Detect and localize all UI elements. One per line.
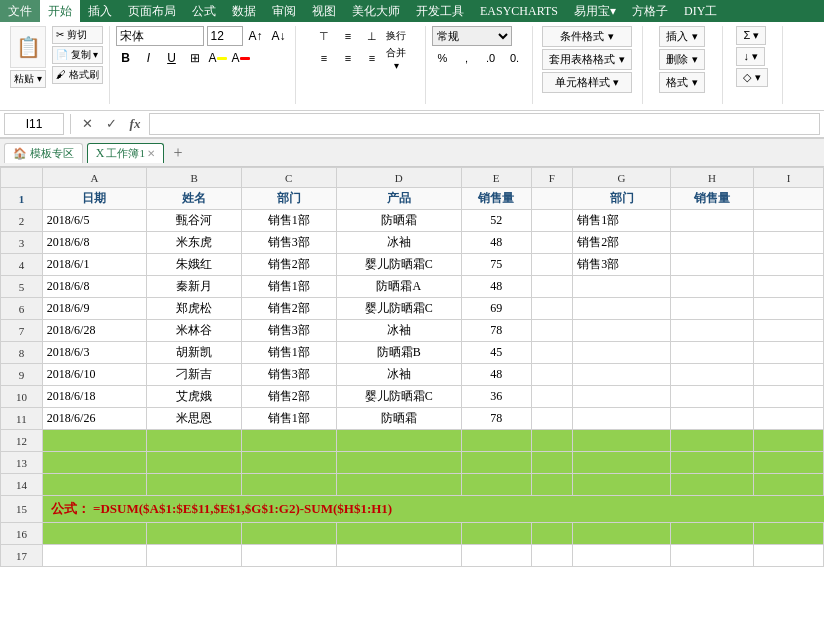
cell-H11[interactable]	[670, 408, 754, 430]
cell-D14[interactable]	[336, 474, 461, 496]
cell-G7[interactable]	[573, 320, 670, 342]
cell-E17[interactable]	[461, 545, 531, 567]
align-top-button[interactable]: ⊤	[313, 26, 335, 46]
cell-E2[interactable]: 52	[461, 210, 531, 232]
cell-D3[interactable]: 冰袖	[336, 232, 461, 254]
cancel-formula-icon[interactable]: ✕	[77, 114, 97, 134]
font-size-input[interactable]	[207, 26, 243, 46]
cell-E9[interactable]: 48	[461, 364, 531, 386]
tab-template[interactable]: 🏠 模板专区	[4, 143, 83, 163]
cell-G17[interactable]	[573, 545, 670, 567]
cell-H9[interactable]	[670, 364, 754, 386]
menu-item-6[interactable]: 审阅	[264, 0, 304, 22]
cell-B6[interactable]: 郑虎松	[147, 298, 242, 320]
clear-button[interactable]: ◇ ▾	[736, 68, 767, 87]
cell-A11[interactable]: 2018/6/26	[42, 408, 146, 430]
cell-D11[interactable]: 防晒霜	[336, 408, 461, 430]
border-button[interactable]: ⊞	[185, 48, 205, 68]
cell-E12[interactable]	[461, 430, 531, 452]
cell-C11[interactable]: 销售1部	[241, 408, 336, 430]
cell-B9[interactable]: 刁新吉	[147, 364, 242, 386]
cell-G1[interactable]: 部门	[573, 188, 670, 210]
copy-button[interactable]: 📄 复制 ▾	[52, 46, 103, 64]
number-format-dropdown[interactable]: 常规	[432, 26, 512, 46]
bold-button[interactable]: B	[116, 48, 136, 68]
cell-H17[interactable]	[670, 545, 754, 567]
cell-E10[interactable]: 36	[461, 386, 531, 408]
cell-D1[interactable]: 产品	[336, 188, 461, 210]
cell-E13[interactable]	[461, 452, 531, 474]
cell-A13[interactable]	[42, 452, 146, 474]
menu-item-7[interactable]: 视图	[304, 0, 344, 22]
align-middle-button[interactable]: ≡	[337, 26, 359, 46]
cell-C6[interactable]: 销售2部	[241, 298, 336, 320]
align-bottom-button[interactable]: ⊥	[361, 26, 383, 46]
wrap-text-button[interactable]: 换行	[385, 26, 407, 46]
cell-E16[interactable]	[461, 523, 531, 545]
cell-A9[interactable]: 2018/6/10	[42, 364, 146, 386]
tab-sheet-1[interactable]: X 工作簿1 ✕	[87, 143, 164, 163]
menu-item-1[interactable]: 开始	[40, 0, 80, 22]
cell-B8[interactable]: 胡新凯	[147, 342, 242, 364]
cell-I17[interactable]	[754, 545, 824, 567]
cell-I4[interactable]	[754, 254, 824, 276]
cell-D7[interactable]: 冰袖	[336, 320, 461, 342]
menu-item-12[interactable]: 方格子	[624, 0, 676, 22]
cell-F13[interactable]	[531, 452, 573, 474]
formula-input[interactable]	[149, 113, 820, 135]
menu-item-9[interactable]: 开发工具	[408, 0, 472, 22]
cell-H7[interactable]	[670, 320, 754, 342]
cell-E14[interactable]	[461, 474, 531, 496]
cell-A6[interactable]: 2018/6/9	[42, 298, 146, 320]
cell-F5[interactable]	[531, 276, 573, 298]
increase-decimal-button[interactable]: .0	[480, 48, 502, 68]
cell-H6[interactable]	[670, 298, 754, 320]
cell-H4[interactable]	[670, 254, 754, 276]
cell-I7[interactable]	[754, 320, 824, 342]
fill-button[interactable]: ↓ ▾	[736, 47, 765, 66]
decrease-decimal-button[interactable]: 0.	[504, 48, 526, 68]
cell-H12[interactable]	[670, 430, 754, 452]
cell-A4[interactable]: 2018/6/1	[42, 254, 146, 276]
cell-E1[interactable]: 销售量	[461, 188, 531, 210]
cell-E8[interactable]: 45	[461, 342, 531, 364]
cell-D12[interactable]	[336, 430, 461, 452]
cell-G9[interactable]	[573, 364, 670, 386]
insert-button[interactable]: 插入 ▾	[659, 26, 704, 47]
cell-C2[interactable]: 销售1部	[241, 210, 336, 232]
cell-G16[interactable]	[573, 523, 670, 545]
cell-F11[interactable]	[531, 408, 573, 430]
cell-C16[interactable]	[241, 523, 336, 545]
cell-G11[interactable]	[573, 408, 670, 430]
cell-H5[interactable]	[670, 276, 754, 298]
cell-F7[interactable]	[531, 320, 573, 342]
cell-I6[interactable]	[754, 298, 824, 320]
cell-F12[interactable]	[531, 430, 573, 452]
cell-E3[interactable]: 48	[461, 232, 531, 254]
format-painter-button[interactable]: 🖌 格式刷	[52, 66, 103, 84]
cell-A1[interactable]: 日期	[42, 188, 146, 210]
cell-G14[interactable]	[573, 474, 670, 496]
cell-E6[interactable]: 69	[461, 298, 531, 320]
menu-item-3[interactable]: 页面布局	[120, 0, 184, 22]
cell-I12[interactable]	[754, 430, 824, 452]
increase-font-button[interactable]: A↑	[246, 26, 266, 46]
cell-G12[interactable]	[573, 430, 670, 452]
cell-E11[interactable]: 78	[461, 408, 531, 430]
menu-item-10[interactable]: EASYCHARTS	[472, 0, 566, 22]
cell-B4[interactable]: 朱娥红	[147, 254, 242, 276]
cell-B17[interactable]	[147, 545, 242, 567]
cell-H8[interactable]	[670, 342, 754, 364]
cell-I9[interactable]	[754, 364, 824, 386]
comma-button[interactable]: ,	[456, 48, 478, 68]
insert-function-icon[interactable]: fx	[125, 114, 145, 134]
paste-dropdown[interactable]: 粘贴 ▾	[10, 70, 46, 88]
cell-I13[interactable]	[754, 452, 824, 474]
cell-H2[interactable]	[670, 210, 754, 232]
conditional-format-button[interactable]: 条件格式 ▾	[542, 26, 631, 47]
cell-B5[interactable]: 秦新月	[147, 276, 242, 298]
cell-F8[interactable]	[531, 342, 573, 364]
cell-C14[interactable]	[241, 474, 336, 496]
cell-style-button[interactable]: 单元格样式 ▾	[542, 72, 631, 93]
cell-A16[interactable]	[42, 523, 146, 545]
